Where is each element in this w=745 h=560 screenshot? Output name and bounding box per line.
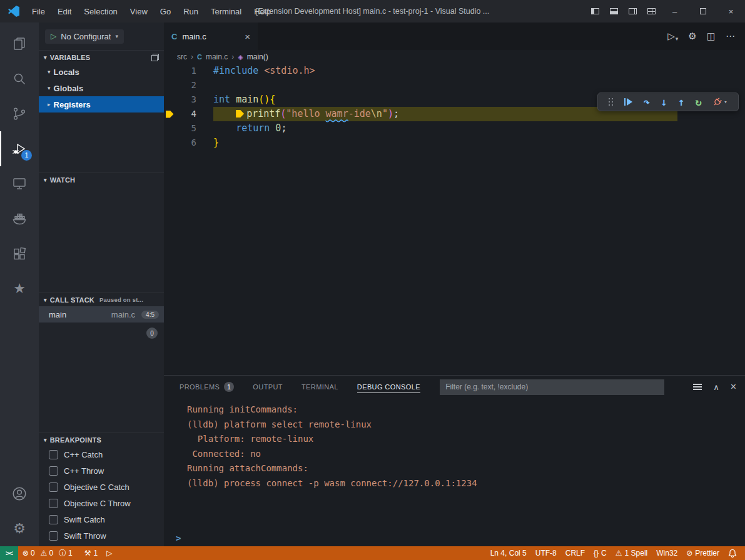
close-window-button[interactable]: × [717,0,745,22]
breakpoint-swift-catch[interactable]: Swift Catch [39,511,164,528]
code-text[interactable]: int main(){ [213,92,275,107]
chevron-down-icon: ▾ [724,99,727,105]
code-text[interactable]: #include <stdio.h> [213,64,315,78]
code-text[interactable]: return 0; [213,121,286,136]
code-text[interactable]: } [213,136,219,150]
code-line[interactable]: 6} [164,136,745,150]
encoding-indicator[interactable]: UTF-8 [531,546,561,560]
remote-indicator[interactable]: >< [0,546,18,560]
tab-debug-console[interactable]: DEBUG CONSOLE [357,376,420,398]
toggle-sidebar-icon[interactable] [585,0,604,22]
maximize-panel-icon[interactable]: ∧ [713,383,719,391]
debug-console-output[interactable]: Running initCommands:(lldb) platform sel… [164,398,745,530]
step-into-button[interactable]: ↓ [661,97,667,108]
callstack-header[interactable]: ▾ CALL STACK Paused on st... [39,292,164,306]
menu-file[interactable]: File [26,0,51,22]
tab-output[interactable]: OUTPUT [253,376,283,398]
activity-explorer[interactable] [0,26,39,61]
problems-status[interactable]: ⊗0 ⚠0 ⓘ1 [18,546,80,560]
formatter-status[interactable]: ⊘ Prettier [682,546,724,560]
settings-gear-icon[interactable]: ⚙ [688,31,696,42]
step-out-button[interactable]: ↑ [678,97,684,108]
watch-header[interactable]: ▾ WATCH [39,172,164,186]
maximize-button[interactable] [689,0,717,22]
breakpoint-swift-throw[interactable]: Swift Throw [39,528,164,544]
step-over-button[interactable]: ↷ [644,97,650,108]
activity-settings[interactable]: ⚙ [0,511,39,546]
customize-layout-icon[interactable] [642,0,661,22]
breadcrumb-symbol[interactable]: main() [247,52,268,61]
disconnect-button[interactable]: ▾ [712,97,727,107]
menu-go[interactable]: Go [154,0,177,22]
checkbox[interactable] [49,466,58,476]
activity-remote-explorer[interactable] [0,166,39,201]
variables-item-registers[interactable]: ▸ Registers [39,96,164,112]
menu-edit[interactable]: Edit [51,0,78,22]
notifications-bell[interactable] [724,546,741,560]
drag-handle-icon[interactable] [609,98,613,106]
tab-problems[interactable]: PROBLEMS 1 [180,376,234,398]
close-tab-icon[interactable]: × [245,31,250,42]
debug-status[interactable]: ▷ [102,546,116,560]
checkbox[interactable] [49,482,58,492]
close-panel-icon[interactable]: × [731,382,736,392]
variables-header[interactable]: ▾ VARIABLES [39,50,164,64]
more-actions-icon[interactable]: ⋯ [726,31,735,42]
language-mode[interactable]: {} C [589,546,611,560]
breakpoints-title: BREAKPOINTS [50,436,101,444]
code-editor[interactable]: 1#include <stdio.h>23int main(){4 printf… [164,64,745,375]
toggle-secondary-sidebar-icon[interactable] [623,0,642,22]
console-input-row[interactable]: > [164,530,745,546]
editor-actions: ▷▾ ⚙ ◫ ⋯ [667,22,745,50]
menu-selection[interactable]: Selection [78,0,123,22]
activity-source-control[interactable] [0,96,39,131]
variables-item-globals[interactable]: ▾ Globals [39,80,164,96]
activity-account[interactable] [0,476,39,511]
menu-terminal[interactable]: Terminal [205,0,248,22]
activity-search[interactable] [0,61,39,96]
activity-marketplace[interactable]: ★ [0,271,39,306]
launch-config-dropdown[interactable]: ▷ No Configurat ▾ [45,29,124,44]
checkbox[interactable] [49,515,58,524]
tab-terminal[interactable]: TERMINAL [302,376,338,398]
breakpoint-objc-catch[interactable]: Objective C Catch [39,479,164,495]
checkbox[interactable] [49,450,58,459]
variables-item-locals[interactable]: ▾ Locals [39,64,164,80]
checkbox[interactable] [49,499,58,508]
cursor-position[interactable]: Ln 4, Col 5 [486,546,531,560]
toggle-panel-icon[interactable] [604,0,623,22]
activity-docker[interactable] [0,201,39,236]
breakpoints-header[interactable]: ▾ BREAKPOINTS [39,432,164,446]
remote-icon: >< [6,549,13,557]
collapse-all-icon[interactable] [151,54,159,61]
run-file-button[interactable]: ▷▾ [667,31,678,42]
tab-main-c[interactable]: C main.c × [164,22,258,50]
activity-extensions[interactable] [0,236,39,271]
breadcrumb-file[interactable]: main.c [206,52,228,61]
code-line[interactable]: 5 return 0; [164,121,745,136]
split-editor-icon[interactable]: ◫ [707,31,716,42]
glyph-margin[interactable] [164,111,175,118]
platform-indicator[interactable]: Win32 [652,546,682,560]
restart-button[interactable]: ↻ [696,97,702,108]
menu-run[interactable]: Run [177,0,205,22]
console-lines-icon[interactable] [693,386,702,388]
code-line[interactable]: 2 [164,78,745,92]
menu-view[interactable]: View [124,0,154,22]
callstack-frame[interactable]: main main.c 4:5 [39,306,164,322]
breakpoint-objc-throw[interactable]: Objective C Throw [39,495,164,511]
console-filter-input[interactable] [440,379,664,395]
code-line[interactable]: 1#include <stdio.h> [164,64,745,78]
code-token: printf [246,108,280,119]
eol-indicator[interactable]: CRLF [561,546,589,560]
tools-status[interactable]: ⚒ 1 [80,546,102,560]
activity-run-and-debug[interactable]: 1 [0,131,39,166]
breakpoint-cpp-throw[interactable]: C++ Throw [39,462,164,479]
breakpoint-cpp-catch[interactable]: C++ Catch [39,446,164,462]
breadcrumb-src[interactable]: src [177,52,187,61]
spell-label: 1 Spell [625,549,648,558]
minimize-button[interactable]: – [661,0,689,22]
checkbox[interactable] [49,531,58,541]
spell-checker-status[interactable]: ⚠ 1 Spell [611,546,652,560]
continue-button[interactable] [624,98,633,106]
